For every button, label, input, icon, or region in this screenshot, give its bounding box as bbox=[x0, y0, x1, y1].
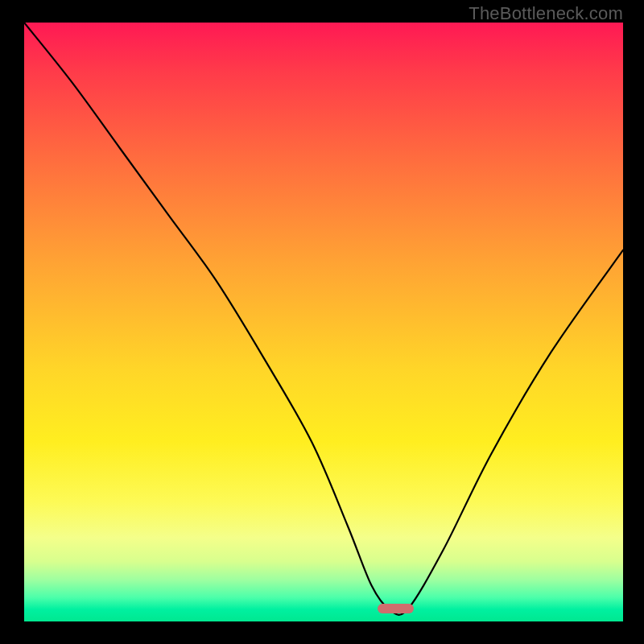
watermark-text: TheBottleneck.com bbox=[469, 3, 623, 24]
bottleneck-curve bbox=[24, 23, 623, 621]
chart-container: TheBottleneck.com bbox=[0, 0, 644, 644]
plot-area bbox=[24, 23, 623, 621]
optimum-marker bbox=[378, 604, 414, 613]
